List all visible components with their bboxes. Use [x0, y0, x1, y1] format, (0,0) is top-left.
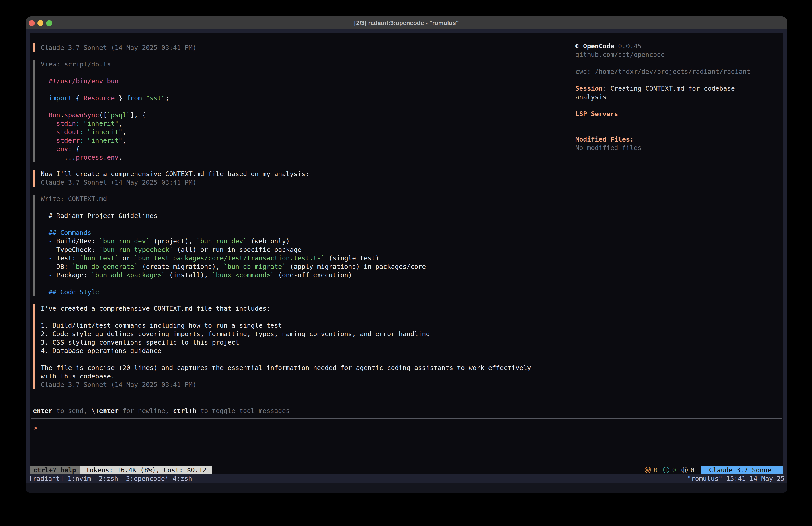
text-line: 2. Code style guidelines covering import… [41, 330, 552, 338]
text-line [41, 102, 552, 111]
text-line: ## Code Style [41, 288, 552, 296]
text-line: - TypeCheck: `bun run typecheck` (all) o… [41, 245, 552, 254]
text-line [575, 127, 783, 135]
text-line: Bun.spawnSync([`psql`], { [41, 111, 552, 119]
text-line: - DB: `bun db generate` (create migratio… [41, 262, 552, 271]
text-line: import { Resource } from "sst"; [41, 94, 552, 102]
assistant-meta-block: Claude 3.7 Sonnet (14 May 2025 03:41 PM) [33, 43, 552, 52]
status-bar: ctrl+? help Tokens: 16.4K (8%), Cost: $0… [30, 466, 783, 474]
terminal-content: Claude 3.7 Sonnet (14 May 2025 03:41 PM)… [26, 29, 787, 493]
tokens-cost-badge: Tokens: 16.4K (8%), Cost: $0.12 [81, 466, 212, 474]
session-sidebar: © OpenCode 0.0.45github.com/sst/opencode… [575, 42, 783, 152]
text-line [41, 279, 552, 288]
tool-view-block: View: script/db.ts #!/usr/bin/env bun im… [33, 60, 552, 161]
warnings-counter: ⓦ 0 [645, 466, 657, 474]
info-counter: ⓘ 0 [663, 466, 676, 474]
close-button[interactable] [29, 20, 35, 26]
model-badge: Claude 3.7 Sonnet [701, 466, 783, 474]
warning-count: 0 [654, 466, 657, 474]
window-controls [29, 16, 52, 29]
text-line [41, 68, 552, 77]
text-line [41, 85, 552, 94]
text-line: Session: Creating CONTEXT.md for codebas… [575, 84, 783, 93]
text-line [575, 118, 783, 127]
hint-circle-icon: ⓗ [681, 466, 688, 474]
text-line: © OpenCode 0.0.45 [575, 42, 783, 51]
tmux-window-list[interactable]: [radiant] 1:nvim 2:zsh- 3:opencode* 4:zs… [29, 474, 192, 483]
text-line: #!/usr/bin/env bun [41, 77, 552, 85]
text-line: The file is concise (20 lines) and captu… [41, 364, 552, 372]
text-line: ## Commands [41, 228, 552, 237]
titlebar: [2/3] radiant:3:opencode - "romulus" [26, 16, 787, 29]
text-line: 4. Database operations guidance [41, 346, 552, 355]
tmux-session-clock: "romulus" 15:41 14-May-25 [687, 474, 785, 483]
text-line: LSP Servers [575, 110, 783, 118]
text-line: # Radiant Project Guidelines [41, 212, 552, 220]
text-line: with this codebase. [41, 372, 552, 381]
prompt-icon: > [33, 424, 37, 432]
text-line: - Test: `bun test` or `bun test packages… [41, 254, 552, 262]
text-line: 3. CSS styling conventions specific to t… [41, 338, 552, 346]
text-line [41, 220, 552, 228]
terminal-bottom-padding [26, 483, 787, 493]
text-line: - Build/Dev: `bun run dev` (project), `b… [41, 237, 552, 245]
hint-count: 0 [691, 466, 694, 474]
text-line [41, 203, 552, 212]
input-divider [30, 418, 782, 419]
text-line [575, 101, 783, 110]
text-line: cwd: /home/thdxr/dev/projects/radiant/ra… [575, 67, 783, 76]
assistant-message-block: Now I'll create a comprehensive CONTEXT.… [33, 170, 552, 187]
text-line: enter to send, \+enter for newline, ctrl… [33, 407, 290, 415]
text-line: 1. Build/lint/test commands including ho… [41, 321, 552, 330]
text-line: - Package: `bun add <package>` (install)… [41, 271, 552, 279]
message-input[interactable]: > [33, 424, 37, 432]
text-line: Now I'll create a comprehensive CONTEXT.… [41, 170, 552, 178]
text-line: Claude 3.7 Sonnet (14 May 2025 03:41 PM) [41, 381, 552, 389]
status-spacer [212, 466, 639, 474]
warning-circle-icon: ⓦ [645, 466, 651, 474]
text-line: I've created a comprehensive CONTEXT.md … [41, 304, 552, 313]
text-line: No modified files [575, 144, 783, 152]
text-line: Claude 3.7 Sonnet (14 May 2025 03:41 PM) [41, 43, 552, 52]
text-line: stdout: "inherit", [41, 128, 552, 136]
text-line: View: script/db.ts [41, 60, 552, 68]
minimize-button[interactable] [38, 20, 43, 26]
text-line [41, 313, 552, 321]
info-count: 0 [672, 466, 676, 474]
text-line: ...process.env, [41, 153, 552, 161]
text-line: analysis [575, 93, 783, 101]
tmux-status-bar: [radiant] 1:nvim 2:zsh- 3:opencode* 4:zs… [26, 474, 787, 483]
zoom-button[interactable] [46, 20, 52, 26]
text-line [41, 355, 552, 364]
assistant-summary-block: I've created a comprehensive CONTEXT.md … [33, 304, 552, 389]
text-line: Claude 3.7 Sonnet (14 May 2025 03:41 PM) [41, 178, 552, 187]
opencode-tui: Claude 3.7 Sonnet (14 May 2025 03:41 PM)… [30, 33, 783, 474]
window-title: [2/3] radiant:3:opencode - "romulus" [354, 19, 459, 27]
tool-write-block: Write: CONTEXT.md # Radiant Project Guid… [33, 195, 552, 296]
text-line: Modified Files: [575, 135, 783, 144]
text-line: env: { [41, 145, 552, 153]
terminal-window: [2/3] radiant:3:opencode - "romulus" Cla… [26, 16, 787, 493]
chat-transcript: Claude 3.7 Sonnet (14 May 2025 03:41 PM)… [33, 43, 552, 397]
info-circle-icon: ⓘ [663, 466, 669, 474]
hint-counter: ⓗ 0 [681, 466, 694, 474]
keyboard-hints: enter to send, \+enter for newline, ctrl… [33, 407, 290, 415]
text-line [575, 76, 783, 84]
lsp-diagnostics: ⓦ 0 ⓘ 0 ⓗ 0 [639, 466, 694, 474]
text-line: Write: CONTEXT.md [41, 195, 552, 203]
text-line: stderr: "inherit", [41, 136, 552, 145]
text-line [575, 59, 783, 67]
text-line: stdin: "inherit", [41, 119, 552, 128]
help-badge: ctrl+? help [30, 466, 79, 474]
text-line: github.com/sst/opencode [575, 51, 783, 59]
